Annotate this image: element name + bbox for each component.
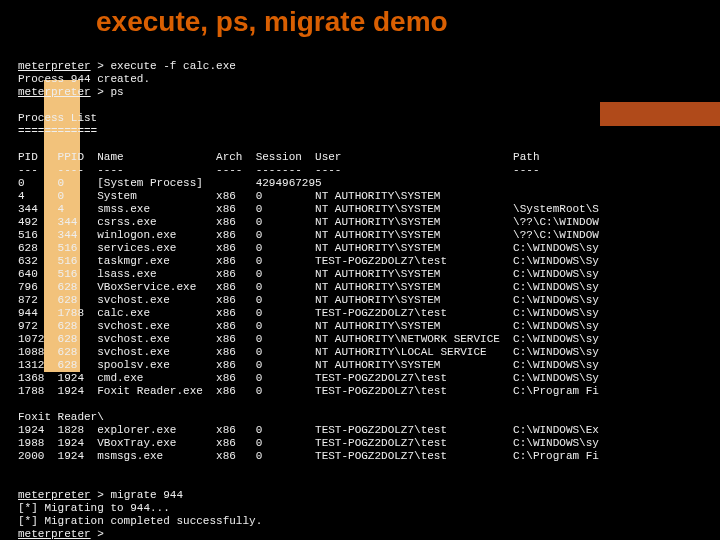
section-underline: ============	[18, 125, 97, 137]
process-table: PID PPID Name Arch Session User Path ---…	[18, 151, 720, 398]
process-table-extra: 1924 1828 explorer.exe x86 0 TEST-POGZ2D…	[18, 424, 720, 463]
prompt-cmd: > ps	[91, 86, 124, 98]
output-line: [*] Migration completed successfully.	[18, 515, 262, 527]
slide-title: execute, ps, migrate demo	[96, 6, 448, 38]
output-line: [*] Migrating to 944...	[18, 502, 170, 514]
prompt-cmd: > migrate 944	[91, 489, 183, 501]
prompt: meterpreter	[18, 60, 91, 72]
prompt-cmd: >	[91, 528, 111, 540]
prompt: meterpreter	[18, 489, 91, 501]
section-header: Process List	[18, 112, 97, 124]
output-line: Foxit Reader\	[18, 411, 104, 423]
prompt-cmd: > execute -f calc.exe	[91, 60, 236, 72]
prompt: meterpreter	[18, 86, 91, 98]
output-line: Process 944 created.	[18, 73, 150, 85]
terminal-output: meterpreter > execute -f calc.exe Proces…	[18, 60, 720, 540]
prompt: meterpreter	[18, 528, 91, 540]
